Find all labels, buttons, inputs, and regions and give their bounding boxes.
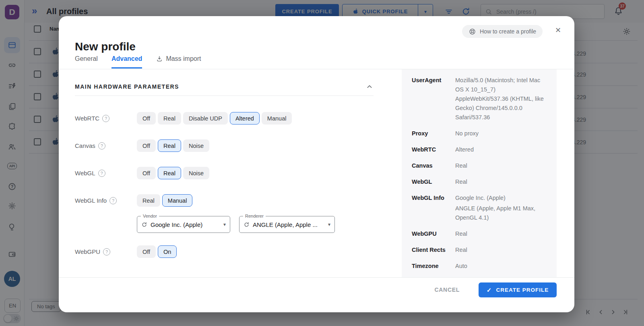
summary-row-webgl-info: WebGL Info Google Inc. (Apple) ANGLE (Ap… <box>412 193 547 222</box>
summary-row-webrtc: WebRTC Altered <box>412 145 547 154</box>
modal-footer: CANCEL ✓ CREATE PROFILE <box>59 277 574 312</box>
chevron-down-icon: ▾ <box>223 222 226 227</box>
section-header-main-hardware[interactable]: MAIN HARDWARE PARAMETERS <box>75 83 374 91</box>
renderer-select[interactable]: Renderer ANGLE (Apple, Apple ... ▾ <box>239 216 335 233</box>
summary-row-proxy: Proxy No proxy <box>412 129 547 138</box>
tab-mass-import[interactable]: Mass import <box>156 55 201 69</box>
summary-row-client-rects: Client Rects Real <box>412 245 547 255</box>
webgpu-row: WebGPU ? Off On <box>75 245 177 258</box>
summary-row-canvas: Canvas Real <box>412 161 547 170</box>
webgl-info-label: WebGL Info ? <box>75 197 137 204</box>
modal-tabs: General Advanced Mass import <box>75 55 201 69</box>
webgl-info-row: WebGL Info ? Real Manual <box>75 194 192 207</box>
webgl-label: WebGL ? <box>75 170 137 177</box>
close-icon[interactable]: ✕ <box>555 27 561 34</box>
webgpu-label: WebGPU ? <box>75 248 137 255</box>
summary-row-webgl: WebGL Real <box>412 177 547 187</box>
webrtc-option-manual[interactable]: Manual <box>262 112 292 125</box>
webgl-info-option-manual[interactable]: Manual <box>162 194 193 207</box>
divider <box>75 96 374 96</box>
vendor-select-label: Vendor <box>141 214 159 219</box>
tab-advanced[interactable]: Advanced <box>111 55 142 69</box>
chevron-down-icon: ▾ <box>328 222 330 227</box>
webrtc-option-disable-udp[interactable]: Disable UDP <box>183 112 228 125</box>
refresh-icon[interactable] <box>141 222 147 228</box>
lifebuoy-icon <box>469 28 476 35</box>
canvas-option-off[interactable]: Off <box>137 139 156 152</box>
webrtc-option-off[interactable]: Off <box>137 112 156 125</box>
screen: D <box>0 0 644 326</box>
webrtc-option-altered[interactable]: Altered <box>230 112 260 125</box>
webgl-info-option-real[interactable]: Real <box>137 194 160 207</box>
summary-row-useragent: UserAgent Mozilla/5.0 (Macintosh; Intel … <box>412 76 547 122</box>
modal-title: New profile <box>75 40 136 53</box>
profile-summary-panel: UserAgent Mozilla/5.0 (Macintosh; Intel … <box>402 69 557 277</box>
help-icon[interactable]: ? <box>109 197 117 204</box>
summary-row-timezone: Timezone Auto <box>412 262 547 271</box>
webgl-option-noise[interactable]: Noise <box>183 167 209 179</box>
webgl-option-real[interactable]: Real <box>158 167 181 179</box>
new-profile-modal: How to create a profile ✕ New profile Ge… <box>59 16 574 312</box>
download-icon <box>156 55 163 62</box>
webrtc-label: WebRTC ? <box>75 115 137 122</box>
webrtc-option-real[interactable]: Real <box>158 112 181 125</box>
webgl-row: WebGL ? Off Real Noise <box>75 167 209 179</box>
cancel-button[interactable]: CANCEL <box>434 287 460 293</box>
webgpu-option-on[interactable]: On <box>158 245 177 258</box>
canvas-label: Canvas ? <box>75 142 137 150</box>
help-icon[interactable]: ? <box>98 170 105 177</box>
webgl-option-off[interactable]: Off <box>137 167 156 179</box>
create-profile-submit-button[interactable]: ✓ CREATE PROFILE <box>479 282 557 297</box>
webrtc-row: WebRTC ? Off Real Disable UDP Altered Ma… <box>75 112 292 125</box>
vendor-value: Google Inc. (Apple) <box>151 221 220 228</box>
help-icon[interactable]: ? <box>102 115 109 122</box>
tab-general[interactable]: General <box>75 55 98 69</box>
renderer-value: ANGLE (Apple, Apple ... <box>253 221 325 228</box>
canvas-option-noise[interactable]: Noise <box>183 139 209 152</box>
renderer-select-label: Renderer <box>243 214 266 219</box>
vendor-select[interactable]: Vendor Google Inc. (Apple) ▾ <box>137 216 230 233</box>
how-to-create-button[interactable]: How to create a profile <box>462 25 543 38</box>
check-icon: ✓ <box>487 287 492 294</box>
chevron-up-icon[interactable] <box>365 83 374 91</box>
canvas-row: Canvas ? Off Real Noise <box>75 139 209 152</box>
refresh-icon[interactable] <box>244 222 250 228</box>
help-icon[interactable]: ? <box>98 142 105 150</box>
webgpu-option-off[interactable]: Off <box>137 245 156 258</box>
help-icon[interactable]: ? <box>103 248 110 255</box>
summary-row-webgpu: WebGPU Real <box>412 229 547 239</box>
canvas-option-real[interactable]: Real <box>158 139 181 152</box>
